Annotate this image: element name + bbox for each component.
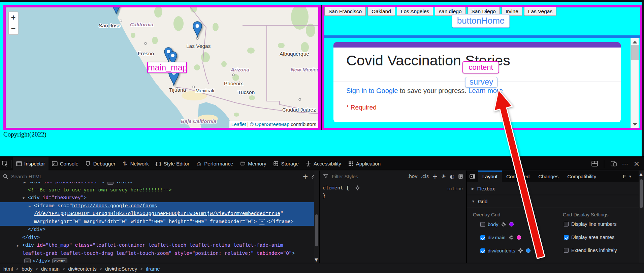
devtools-tab-style-editor[interactable]: { }Style Editor (152, 157, 193, 170)
breadcrumb-item-body[interactable]: body (22, 266, 33, 272)
filter-styles-input[interactable] (332, 174, 404, 179)
signin-google-link[interactable]: Sign in to Google (346, 87, 398, 94)
grid-node-label[interactable]: div.main (488, 235, 506, 240)
grid-node-label[interactable]: div#contents (488, 248, 515, 253)
markup-line[interactable]: ▶<div id="placeofbuttons" >⋯</div> (0, 182, 319, 186)
stylesheet-icon[interactable] (458, 174, 463, 179)
collapsed-children-badge[interactable]: ⋯ (24, 259, 31, 263)
responsive-design-icon[interactable] (610, 160, 617, 167)
scroll-down-icon[interactable] (633, 123, 637, 126)
gear-icon[interactable] (518, 248, 523, 253)
light-theme-icon[interactable]: ☀ (441, 173, 446, 180)
overlay-checkbox[interactable] (480, 235, 485, 240)
overlay-checkbox[interactable] (480, 248, 485, 253)
markup-line[interactable]: leaflet-grab leaflet-touch-drag leaflet-… (0, 250, 319, 258)
meatball-menu-icon[interactable]: ⋯ (622, 160, 629, 167)
devtools-tab-debugger[interactable]: Debugger (82, 157, 119, 170)
scrollbar-thumb[interactable] (315, 214, 318, 246)
scroll-up-icon[interactable] (633, 41, 637, 43)
zoom-out-button[interactable]: − (9, 23, 18, 34)
breadcrumb-item-html[interactable]: html (3, 266, 13, 272)
leaflet-map[interactable]: San JoseCaliforniaFresnoLas VegasTijuana… (6, 7, 318, 128)
devtools-tab-application[interactable]: Application (345, 157, 384, 170)
scrollbar-thumb[interactable] (640, 179, 643, 208)
markup-line[interactable]: ▼<div id="theSurvey"> (0, 194, 319, 202)
city-button-san-francisco[interactable]: San Francisco (324, 7, 366, 16)
breadcrumb-item-div-contents[interactable]: div#contents (68, 266, 96, 272)
gear-icon[interactable] (508, 235, 514, 240)
breadcrumb-item-div-theSurvey[interactable]: div#theSurvey (105, 266, 137, 272)
markup-line[interactable]: ▶<div id="the_map" class="leaflet-contai… (0, 242, 319, 250)
grid-color-swatch[interactable] (509, 222, 514, 226)
grid-section-header[interactable]: ▼ Grid (467, 195, 639, 208)
breadcrumb-item-iframe[interactable]: iframe (146, 266, 160, 272)
markup-scrollbar[interactable]: ▼ (314, 171, 319, 263)
map-marker-icon[interactable] (192, 21, 202, 39)
pick-element-icon[interactable] (2, 161, 8, 166)
sidebar-scrollbar[interactable]: ▲ ▼ (639, 171, 644, 273)
form-scrollbar[interactable] (631, 38, 639, 128)
grid-color-swatch[interactable] (526, 248, 530, 253)
sidebar-tab-compatibility[interactable]: Compatibility (563, 171, 601, 182)
print-media-icon[interactable]: ◐ (450, 173, 454, 180)
learn-more-link[interactable]: Learn more (468, 87, 503, 94)
class-cls-button[interactable]: .cls (421, 174, 429, 179)
setting-checkbox[interactable] (564, 235, 569, 240)
collapsed-children-badge[interactable]: ⋯ (259, 219, 265, 224)
grid-node-label[interactable]: body (488, 222, 498, 227)
tab-fonts-clipped[interactable]: F (622, 171, 626, 182)
devtools-tab-storage[interactable]: Storage (269, 157, 302, 170)
search-html-input[interactable] (11, 174, 300, 179)
osm-link[interactable]: OpenStreetMap (255, 122, 289, 127)
grid-color-swatch[interactable] (517, 235, 521, 240)
breadcrumb-item-div-main[interactable]: div.main (41, 266, 60, 272)
storage-icon (273, 161, 279, 166)
pseudo-hov-button[interactable]: :hov (407, 174, 417, 179)
split-console-icon[interactable] (591, 160, 598, 167)
grid-area-label-survey: survey (465, 77, 497, 88)
markup-line[interactable]: ⋯</div>event (0, 257, 319, 263)
city-button-las-vegas[interactable]: Las Vegas (524, 7, 556, 16)
tab-overflow-icon[interactable]: ▼ (629, 175, 632, 178)
devtools-tab-network[interactable]: ⇅Network (119, 157, 152, 170)
scroll-down-icon[interactable]: ▼ (315, 257, 318, 262)
markup-line[interactable]: <!--Be sure to use your own survey here!… (0, 186, 319, 194)
expand-icon[interactable]: ▶ (17, 242, 19, 250)
setting-checkbox[interactable] (564, 248, 569, 253)
add-rule-icon[interactable]: + (432, 172, 438, 180)
collapse-icon[interactable]: ▼ (23, 194, 25, 203)
setting-checkbox[interactable] (564, 222, 569, 226)
markup-line[interactable]: </div> (0, 226, 319, 234)
devtools-tab-accessibility[interactable]: Accessibility (302, 157, 345, 170)
close-devtools-icon[interactable]: × (633, 160, 640, 167)
flash-target-icon[interactable] (355, 185, 360, 191)
flexbox-section-header[interactable]: ▶ Flexbox (467, 182, 639, 195)
element-rule[interactable]: element { } inline (320, 182, 466, 202)
devtools-tab-memory[interactable]: Memory (236, 157, 269, 170)
event-badge[interactable]: event (52, 259, 67, 263)
zoom-in-button[interactable]: + (9, 12, 18, 23)
expand-icon[interactable]: ▶ (29, 203, 31, 211)
devtools-tab-console[interactable]: Console (49, 157, 82, 170)
city-button-oakland[interactable]: Oakland (367, 7, 395, 16)
markup-line[interactable]: /d/e/1FAIpQLScD0IOr_U4r0q4HlBkZ7olkA5OJp… (0, 210, 319, 218)
add-node-icon[interactable]: + (302, 172, 308, 180)
collapsed-children-badge[interactable]: ⋯ (107, 182, 114, 185)
gear-icon[interactable] (501, 221, 507, 227)
overlay-checkbox[interactable] (480, 222, 485, 227)
sidebar-tab-changes[interactable]: Changes (534, 171, 563, 182)
inline-style-source[interactable]: inline (446, 185, 463, 193)
map-marker-icon[interactable] (111, 7, 121, 16)
scroll-up-icon[interactable]: ▲ (639, 172, 643, 177)
markup-line[interactable]: marginheight="0" marginwidth="0" width="… (0, 218, 319, 226)
sidebar-tab-computed[interactable]: Computed (502, 171, 534, 182)
sidebar-tab-layout[interactable]: Layout (478, 171, 502, 182)
markup-line[interactable]: </div> (0, 234, 319, 242)
leaflet-link[interactable]: Leaflet (231, 122, 246, 127)
city-button-los-angeles[interactable]: Los Angeles (397, 7, 433, 16)
markup-line[interactable]: ▶<iframe src="https://docs.google.com/fo… (0, 202, 319, 210)
sidebar-toggle-icon[interactable] (470, 174, 475, 179)
scrollbar-thumb[interactable] (631, 45, 639, 60)
devtools-tab-performance[interactable]: ◷Performance (193, 157, 236, 170)
devtools-tab-inspector[interactable]: Inspector (13, 157, 49, 170)
